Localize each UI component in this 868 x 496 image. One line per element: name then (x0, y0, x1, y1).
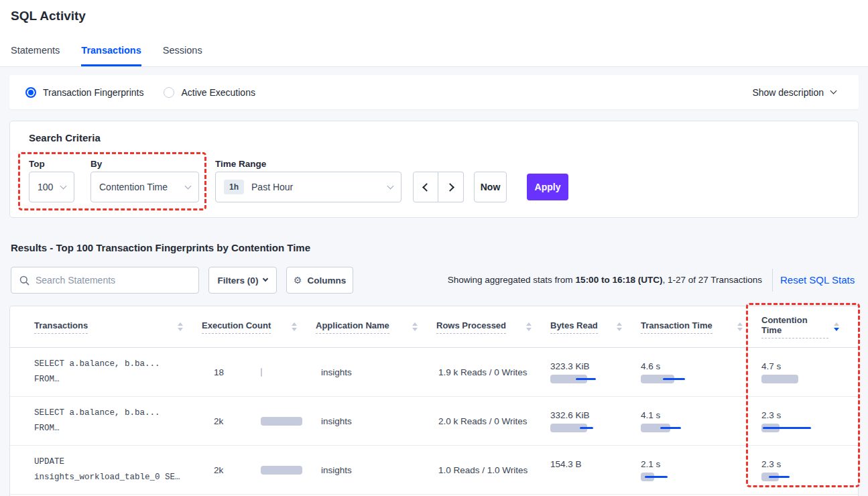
execution-count-value: 2k (214, 465, 261, 475)
sort-icon[interactable] (737, 322, 743, 331)
page-header: SQL Activity Statements Transactions Ses… (0, 0, 868, 67)
contention-time-cell: 2.3 s (761, 446, 858, 494)
reset-sql-stats-link[interactable]: Reset SQL Stats (780, 267, 855, 294)
sort-icon[interactable] (834, 322, 839, 331)
sort-icon[interactable] (178, 322, 183, 331)
bar-chart (641, 375, 704, 383)
chevron-down-icon (60, 182, 67, 189)
column-header-label: Transaction Time (641, 320, 712, 334)
top-select[interactable]: 100 (29, 172, 74, 202)
radio-transaction-fingerprints[interactable]: Transaction Fingerprints (25, 87, 143, 98)
bar-chart (550, 375, 614, 383)
results-heading: Results - Top 100 Transaction Fingerprin… (11, 242, 310, 253)
transaction-time-cell: 4.6 s (641, 348, 761, 396)
execution-count-cell: 2k (202, 397, 316, 445)
radio-label: Transaction Fingerprints (43, 87, 143, 98)
tab-transactions[interactable]: Transactions (81, 45, 141, 66)
sql-line-1: SELECT a.balance, b.ba... (34, 357, 194, 372)
sql-line-2: FROM… (34, 372, 194, 387)
bar-chart (641, 473, 704, 481)
column-header-contention-time[interactable]: Contention Time (761, 315, 858, 338)
table-row[interactable]: SELECT a.balance, b.ba...FROM…2kinsights… (10, 397, 858, 446)
column-header-bytes-read[interactable]: Bytes Read (550, 320, 641, 334)
stats-time-range: 15:00 to 16:18 (UTC) (576, 275, 663, 285)
transaction-fingerprint-link[interactable]: SELECT a.balance, b.ba...FROM… (34, 397, 202, 445)
execution-count-cell: 18 (202, 348, 316, 396)
time-range-badge: 1h (224, 180, 244, 194)
columns-label: Columns (307, 275, 346, 286)
transaction-fingerprint-link[interactable]: SELECT a.balance, b.ba...FROM… (34, 348, 202, 396)
by-select-value: Contention Time (99, 182, 186, 192)
bar-chart (550, 473, 614, 481)
rows-processed-cell: 1.0 Reads / 1.0 Writes (436, 446, 550, 494)
sort-icon[interactable] (526, 322, 532, 331)
chevron-down-icon (263, 276, 268, 282)
filters-label: Filters (0) (218, 275, 259, 286)
table-header-row: TransactionsExecution CountApplication N… (10, 306, 858, 348)
sql-line-2: FROM… (34, 421, 194, 436)
column-header-label: Execution Count (202, 320, 271, 334)
radio-unselected-icon[interactable] (164, 87, 174, 98)
transaction-time-cell: 2.1 s (641, 446, 761, 494)
bar-chart (761, 473, 825, 481)
tab-statements[interactable]: Statements (11, 45, 60, 66)
time-range-value: Past Hour (251, 182, 388, 192)
bytes-read-cell-value: 332.6 KiB (550, 410, 641, 420)
show-description-toggle[interactable]: Show description (752, 87, 836, 98)
table-body: SELECT a.balance, b.ba...FROM…18insights… (10, 348, 858, 495)
transactions-table: TransactionsExecution CountApplication N… (9, 306, 859, 496)
chevron-down-icon (185, 182, 192, 189)
bytes-read-cell-value: 154.3 B (550, 459, 641, 469)
table-row[interactable]: UPDATEinsights_workload_table_0 SE…2kins… (10, 446, 858, 495)
by-label: By (90, 159, 102, 169)
execution-count-value: 2k (214, 416, 261, 426)
columns-button[interactable]: ⚙ Columns (286, 267, 353, 294)
column-header-label: Rows Processed (436, 320, 506, 334)
column-header-label: Application Name (316, 320, 389, 334)
bar-chart (641, 424, 704, 432)
bar-chart (550, 424, 614, 432)
top-label: Top (29, 159, 45, 169)
bytes-read-cell: 154.3 B (550, 446, 641, 494)
contention-time-cell-value: 2.3 s (761, 459, 858, 469)
now-button[interactable]: Now (474, 172, 507, 202)
radio-label: Active Executions (181, 87, 255, 98)
filters-button[interactable]: Filters (0) (208, 267, 277, 294)
time-pager (413, 172, 464, 202)
tab-sessions[interactable]: Sessions (163, 45, 202, 66)
bar-chart (761, 375, 825, 383)
table-row[interactable]: SELECT a.balance, b.ba...FROM…18insights… (10, 348, 858, 397)
time-range-label: Time Range (215, 159, 266, 169)
contention-time-cell-value: 4.7 s (761, 361, 858, 371)
search-criteria-card: Search Criteria Top 100 By Contention Ti… (9, 121, 859, 218)
radio-active-executions[interactable]: Active Executions (164, 87, 255, 98)
search-statements-input[interactable] (36, 275, 198, 286)
transaction-time-cell: 4.1 s (641, 397, 761, 445)
sort-icon[interactable] (617, 322, 622, 331)
search-icon (19, 275, 29, 286)
column-header-rows-processed[interactable]: Rows Processed (436, 320, 550, 334)
bar-chart (261, 466, 304, 475)
column-header-transaction-time[interactable]: Transaction Time (641, 320, 761, 334)
sort-icon[interactable] (292, 322, 297, 331)
by-select[interactable]: Contention Time (90, 172, 199, 202)
column-header-label: Bytes Read (550, 320, 598, 334)
column-header-label: Contention Time (761, 315, 828, 338)
radio-selected-icon[interactable] (25, 87, 36, 98)
sql-line-2: insights_workload_table_0 SE… (34, 470, 194, 485)
search-statements-box[interactable] (11, 267, 199, 294)
sort-icon[interactable] (412, 322, 418, 331)
column-header-execution-count[interactable]: Execution Count (202, 320, 316, 334)
chevron-down-icon (387, 182, 394, 189)
column-header-transactions[interactable]: Transactions (34, 320, 202, 334)
aggregated-stats-text: Showing aggregated stats from15:00 to 16… (448, 267, 762, 294)
previous-time-button[interactable] (413, 172, 438, 202)
column-header-application-name[interactable]: Application Name (316, 320, 436, 334)
next-time-button[interactable] (438, 172, 464, 202)
application-name-cell: insights (316, 348, 436, 396)
top-select-value: 100 (38, 182, 61, 192)
apply-button[interactable]: Apply (527, 174, 568, 200)
sql-line-1: UPDATE (34, 454, 194, 470)
time-range-select[interactable]: 1h Past Hour (215, 172, 401, 202)
transaction-fingerprint-link[interactable]: UPDATEinsights_workload_table_0 SE… (34, 446, 202, 494)
